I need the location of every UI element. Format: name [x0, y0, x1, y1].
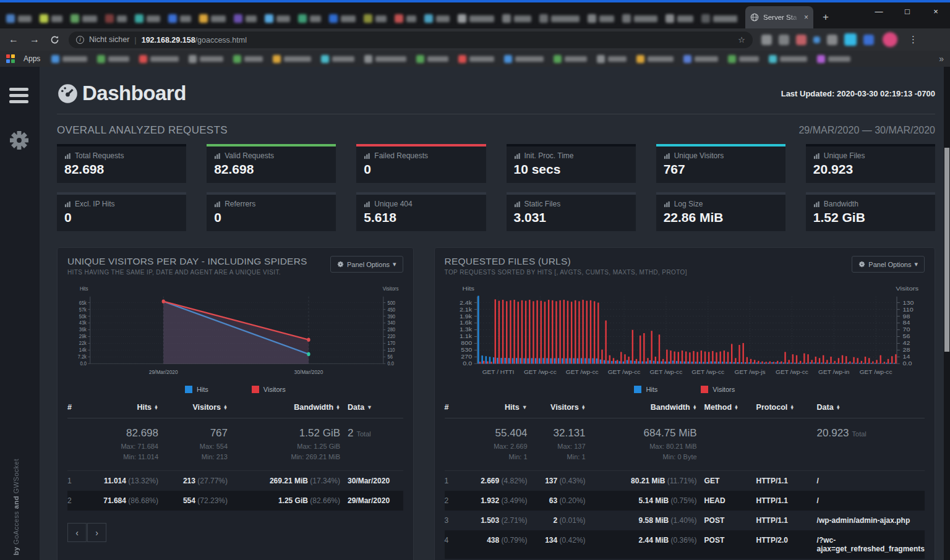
legend-item-hits[interactable]: Hits	[185, 386, 208, 393]
blurred-bookmark[interactable]	[273, 55, 311, 63]
blurred-bookmark[interactable]	[189, 55, 223, 63]
cell-value: 554	[183, 496, 195, 505]
table-row[interactable]: 21.932 (3.49%)63 (0.20%)5.14 MiB (0.75%)…	[445, 491, 925, 511]
blurred-tab[interactable]	[622, 14, 657, 23]
blurred-bookmark[interactable]	[416, 55, 448, 63]
panel-options-button[interactable]: Panel Options▾	[852, 256, 925, 273]
extension-icon[interactable]	[863, 35, 874, 45]
browser-menu-icon[interactable]: ⋮	[906, 34, 920, 45]
menu-hamburger-icon[interactable]	[9, 88, 40, 103]
scrollbar-thumb[interactable]	[944, 148, 949, 352]
bookmark-star-icon[interactable]: ☆	[738, 35, 745, 45]
blurred-tab[interactable]	[298, 14, 321, 23]
table-row[interactable]: 31.503 (2.71%)2 (0.01%)9.58 MiB (1.40%)P…	[445, 511, 925, 530]
blurred-tab[interactable]	[665, 14, 693, 23]
tab-close-icon[interactable]: ×	[804, 13, 808, 22]
apps-grid-icon[interactable]	[6, 54, 15, 63]
profile-avatar[interactable]	[883, 32, 897, 47]
extension-icon[interactable]	[844, 33, 857, 46]
blurred-tab[interactable]	[588, 14, 614, 23]
svg-text:30/Mar/2020: 30/Mar/2020	[294, 369, 323, 376]
column-header-visitors[interactable]: Visitors▲▼	[166, 403, 228, 412]
blurred-bookmark[interactable]	[233, 55, 263, 63]
info-icon[interactable]: i	[76, 36, 84, 44]
blurred-tab[interactable]	[105, 14, 127, 23]
blurred-bookmark[interactable]	[139, 55, 179, 63]
table-row[interactable]: 12.669 (4.82%)137 (0.43%)80.21 MiB (11.7…	[445, 471, 925, 491]
blurred-tab[interactable]	[168, 14, 191, 23]
column-header-visitors[interactable]: Visitors▲▼	[535, 403, 586, 412]
blurred-bookmark[interactable]	[597, 55, 627, 63]
blurred-bookmark[interactable]	[554, 55, 587, 63]
blurred-tab[interactable]	[265, 14, 290, 23]
settings-gear-icon[interactable]	[8, 129, 40, 154]
extension-icon[interactable]	[779, 35, 789, 45]
extension-icon[interactable]	[813, 36, 820, 43]
blurred-bookmark[interactable]	[817, 55, 850, 63]
legend-item-hits[interactable]: Hits	[634, 386, 657, 393]
legend-item-visitors[interactable]: Visitors	[252, 386, 286, 393]
legend-item-visitors[interactable]: Visitors	[701, 386, 735, 393]
blurred-tab[interactable]	[329, 14, 356, 23]
column-header-protocol[interactable]: Protocol▲▼	[756, 403, 810, 412]
address-bar[interactable]: i Nicht sicher | 192.168.29.158/goaccess…	[69, 32, 753, 48]
unique-visitors-panel: UNIQUE VISITORS PER DAY - INCLUDING SPID…	[57, 247, 414, 560]
extension-icon[interactable]	[761, 35, 772, 45]
blurred-bookmark[interactable]	[97, 55, 129, 63]
blurred-bookmark[interactable]	[683, 55, 718, 63]
extension-icon[interactable]	[827, 35, 837, 45]
table-row[interactable]: 271.684 (86.68%)554 (72.23%)1.25 GiB (82…	[67, 491, 403, 511]
bookmarks-overflow-icon[interactable]: »	[939, 54, 944, 64]
back-button[interactable]: ←	[7, 34, 20, 45]
prev-page-button[interactable]: ‹	[67, 523, 87, 542]
svg-text:450: 450	[388, 307, 396, 313]
column-header-hits[interactable]: Hits▲▼	[93, 403, 158, 412]
column-header-data[interactable]: Data▼	[348, 403, 403, 412]
blurred-bookmark[interactable]	[458, 55, 494, 63]
extension-icons-blurred[interactable]	[761, 33, 874, 46]
forward-button[interactable]: →	[28, 34, 41, 45]
column-header-bandwidth[interactable]: Bandwidth▲▼	[593, 403, 697, 412]
blurred-tab[interactable]	[458, 14, 494, 23]
blurred-bookmark[interactable]	[728, 55, 759, 63]
column-header-bandwidth[interactable]: Bandwidth▲▼	[235, 403, 340, 412]
next-page-button[interactable]: ›	[87, 523, 106, 542]
column-header-method[interactable]: Method▲▼	[704, 403, 749, 412]
maximize-button[interactable]: □	[893, 2, 922, 23]
page-scrollbar[interactable]	[944, 67, 950, 560]
minimize-button[interactable]: —	[865, 2, 893, 23]
blurred-tab[interactable]	[199, 14, 226, 23]
column-header-hits[interactable]: Hits▼	[468, 403, 528, 412]
blurred-bookmark[interactable]	[504, 55, 544, 63]
blurred-bookmark[interactable]	[769, 55, 807, 63]
blurred-tab[interactable]	[364, 14, 387, 23]
blurred-tab[interactable]	[135, 14, 160, 23]
background-tabs-blurred[interactable]	[0, 14, 737, 28]
reload-button[interactable]	[49, 35, 60, 45]
blurred-bookmark[interactable]	[636, 55, 674, 63]
blurred-tab[interactable]	[502, 14, 531, 23]
active-tab[interactable]: Server Sta ×	[745, 6, 813, 28]
blurred-bookmark[interactable]	[321, 55, 354, 63]
row-index: 1	[67, 477, 72, 485]
new-tab-button[interactable]: +	[823, 11, 829, 23]
blurred-tab[interactable]	[539, 14, 580, 23]
column-header-data[interactable]: Data▲▼	[817, 403, 925, 412]
blurred-tab[interactable]	[71, 14, 97, 23]
blurred-tab[interactable]	[395, 14, 416, 23]
table-row[interactable]: 111.014 (13.32%)213 (27.77%)269.21 MiB (…	[67, 471, 403, 491]
extension-icon[interactable]	[796, 35, 807, 45]
blurred-bookmark[interactable]	[364, 55, 406, 63]
blurred-tab[interactable]	[40, 14, 62, 23]
apps-label[interactable]: Apps	[24, 54, 40, 63]
security-label[interactable]: Nicht sicher	[89, 35, 129, 44]
blurred-tab[interactable]	[234, 14, 257, 23]
blurred-tab[interactable]	[6, 14, 32, 23]
close-button[interactable]: ×	[922, 2, 950, 23]
bookmark-items-blurred[interactable]	[51, 55, 930, 63]
blurred-bookmark[interactable]	[51, 55, 87, 63]
blurred-tab[interactable]	[424, 14, 450, 23]
panel-options-button[interactable]: Panel Options▾	[330, 256, 403, 273]
table-row[interactable]: 4438 (0.79%)134 (0.42%)2.44 MiB (0.36%)P…	[445, 530, 925, 559]
blurred-tab[interactable]	[701, 14, 737, 23]
